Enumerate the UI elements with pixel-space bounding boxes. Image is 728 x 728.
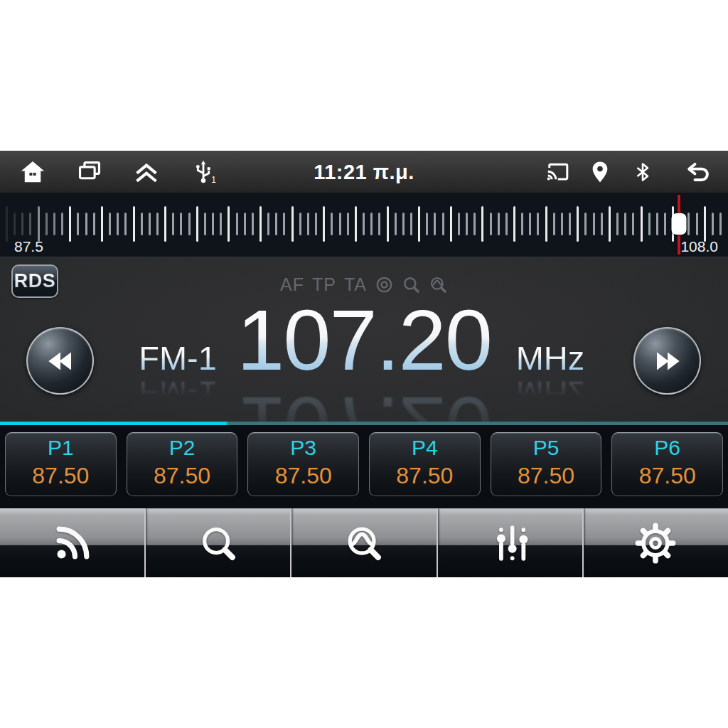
rewind-icon xyxy=(43,347,78,375)
scale-tick xyxy=(624,213,626,235)
unit-label: MHz xyxy=(472,341,628,375)
scale-tick xyxy=(656,213,658,235)
seek-down-button[interactable] xyxy=(26,327,94,395)
scale-tick xyxy=(363,213,365,235)
scale-tick xyxy=(458,213,460,235)
scale-tick xyxy=(687,213,690,235)
preset-label: P1 xyxy=(48,436,74,459)
scale-tick xyxy=(418,206,420,242)
scale-tick xyxy=(291,206,294,242)
preset-value: 87.50 xyxy=(518,464,574,488)
scale-tick xyxy=(370,213,373,235)
usb-icon: 1 xyxy=(189,156,218,188)
scale-tick xyxy=(149,213,151,235)
scale-tick xyxy=(537,213,539,235)
scale-tick xyxy=(466,213,468,235)
scale-tick xyxy=(490,213,492,235)
scale-tick xyxy=(307,213,309,235)
search-button[interactable] xyxy=(144,508,290,577)
scale-tick xyxy=(133,206,135,242)
scale-tick xyxy=(93,213,95,235)
preset-button-p5[interactable]: P5 87.50 xyxy=(491,432,602,496)
scale-tick xyxy=(609,206,611,242)
scale-ticks xyxy=(6,202,722,246)
preset-button-p4[interactable]: P4 87.50 xyxy=(369,432,481,496)
frequency-scale[interactable]: 87.5 108.0 xyxy=(0,193,728,257)
scale-tick xyxy=(648,213,651,235)
scale-tick xyxy=(188,213,191,235)
scale-tick xyxy=(402,213,405,235)
bluetooth-icon xyxy=(628,156,657,188)
scale-tick xyxy=(46,213,48,235)
recent-apps-icon[interactable] xyxy=(75,156,104,188)
home-icon[interactable] xyxy=(18,156,47,188)
broadcast-icon xyxy=(52,523,93,564)
scale-tick xyxy=(553,213,555,235)
preset-row: P1 87.50 P2 87.50 P3 87.50 P4 87.50 P5 8… xyxy=(0,425,728,508)
scale-tick xyxy=(521,213,523,235)
collapse-up-icon[interactable] xyxy=(132,156,161,188)
scale-tick xyxy=(156,213,159,235)
scale-tick xyxy=(101,206,103,242)
scale-tick xyxy=(450,206,452,242)
scale-tick xyxy=(85,213,87,235)
bottom-toolbar xyxy=(0,508,728,577)
preset-label: P5 xyxy=(533,436,560,459)
equalizer-button[interactable] xyxy=(437,508,582,577)
scale-tick xyxy=(77,213,79,235)
scale-tick xyxy=(21,213,23,235)
preset-button-p3[interactable]: P3 87.50 xyxy=(247,432,359,496)
preset-value: 87.50 xyxy=(154,464,210,488)
scale-tick xyxy=(378,213,380,235)
usb-badge: 1 xyxy=(211,175,216,185)
scale-tick xyxy=(355,206,357,242)
scale-tick xyxy=(641,206,643,242)
scale-tick xyxy=(212,213,214,235)
scale-tick xyxy=(141,213,143,235)
status-bar: 1 11:21 π.μ. xyxy=(0,151,728,193)
broadcast-button[interactable] xyxy=(0,508,144,577)
scale-max-label: 108.0 xyxy=(680,238,718,255)
scale-tick xyxy=(569,213,571,235)
scale-tick xyxy=(719,213,722,235)
equalizer-icon xyxy=(489,523,530,564)
preset-button-p1[interactable]: P1 87.50 xyxy=(5,432,117,496)
scale-tick xyxy=(505,213,508,235)
preset-button-p2[interactable]: P2 87.50 xyxy=(127,432,238,496)
scale-tick xyxy=(61,213,63,235)
scale-tick xyxy=(323,206,325,242)
scale-tick xyxy=(228,206,230,242)
scale-tick xyxy=(117,213,119,235)
scan-button[interactable] xyxy=(290,508,436,577)
scale-tick xyxy=(259,206,262,242)
scale-tick xyxy=(124,213,127,235)
rds-button[interactable]: RDS xyxy=(11,264,58,298)
scale-tick xyxy=(696,213,698,235)
scale-tick xyxy=(473,213,476,235)
scale-tick xyxy=(704,206,706,242)
scale-tick xyxy=(442,213,444,235)
tuning-marker-knob[interactable] xyxy=(672,213,687,235)
settings-button[interactable] xyxy=(582,508,728,577)
preset-value: 87.50 xyxy=(32,464,89,488)
location-icon xyxy=(586,156,614,188)
scale-tick xyxy=(38,206,40,242)
scale-tick xyxy=(69,206,71,242)
scale-tick xyxy=(632,213,634,235)
scale-tick xyxy=(283,213,285,235)
seek-up-button[interactable] xyxy=(633,327,701,395)
scan-icon xyxy=(343,523,385,564)
scale-tick xyxy=(109,213,111,235)
scale-tick xyxy=(331,213,333,235)
settings-icon xyxy=(635,523,676,564)
scale-tick xyxy=(481,206,483,242)
preset-button-p6[interactable]: P6 87.50 xyxy=(611,432,723,496)
scale-tick xyxy=(180,213,182,235)
scale-tick xyxy=(14,213,16,235)
scale-tick xyxy=(593,213,595,235)
scale-tick xyxy=(410,213,412,235)
scale-tick xyxy=(347,213,349,235)
back-icon[interactable] xyxy=(684,156,712,188)
scale-tick xyxy=(299,213,301,235)
status-bar-right xyxy=(543,156,728,188)
